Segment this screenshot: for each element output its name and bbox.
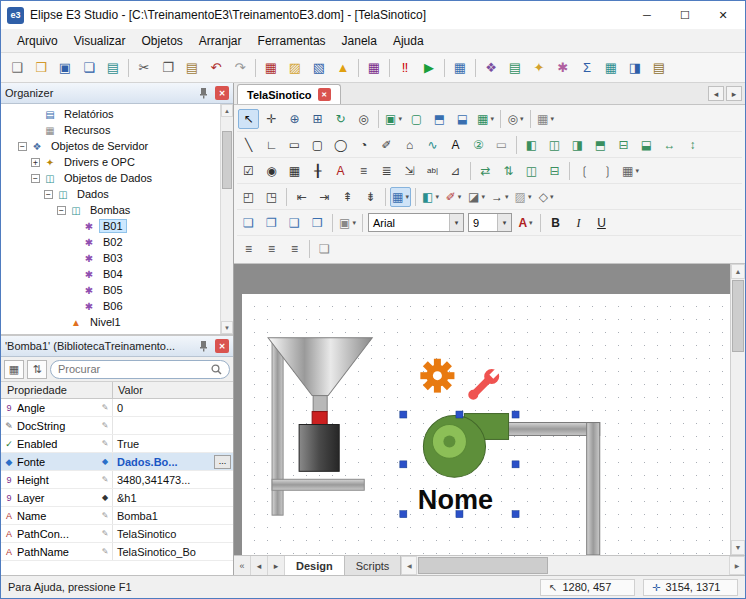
tree-item-b04[interactable]: ✱B04	[1, 266, 220, 282]
gallery2-icon[interactable]: ✦	[528, 57, 550, 78]
redo-icon[interactable]: ↷	[229, 57, 251, 78]
text-justify-icon[interactable]: ≣	[376, 161, 397, 181]
tab-scroll-left-icon[interactable]: ◂	[708, 86, 724, 101]
property-row-layer[interactable]: 9Layer◆&h1	[1, 489, 233, 507]
tree-item-b03[interactable]: ✱B03	[1, 250, 220, 266]
fill-color-icon[interactable]: ◧▾	[420, 187, 441, 207]
pin-icon[interactable]	[196, 339, 211, 354]
collapse-icon[interactable]: −	[18, 142, 27, 151]
send-back-icon[interactable]: ⬓	[452, 109, 473, 129]
align-bottom-icon[interactable]: ⬓	[636, 135, 657, 155]
tree-item-objetos-de-dados[interactable]: −◫Objetos de Dados	[1, 170, 220, 186]
property-row-fonte[interactable]: ◆Fonte◆Dados.Bo......	[1, 453, 233, 471]
tree-item-b02[interactable]: ✱B02	[1, 234, 220, 250]
bring-front-icon[interactable]: ⬒	[429, 109, 450, 129]
grid-control-icon[interactable]: ▦	[284, 161, 305, 181]
bring-to-front-icon[interactable]: ❏	[238, 213, 259, 233]
rect-tool-icon[interactable]: ▭	[284, 135, 305, 155]
line-tool-icon[interactable]: ╲	[238, 135, 259, 155]
zoom-level-icon[interactable]: ◎▾	[505, 109, 526, 129]
scrollbar-track[interactable]	[549, 556, 729, 575]
property-row-angle[interactable]: 9Angle✎0	[1, 399, 233, 417]
text-align-icon[interactable]: ≡	[353, 161, 374, 181]
collapse-icon[interactable]: −	[57, 206, 66, 215]
cut-icon[interactable]: ✂	[133, 57, 155, 78]
search-input[interactable]	[58, 363, 207, 375]
line-color-icon[interactable]: ✐▾	[443, 187, 464, 207]
tab-close-icon[interactable]: ✕	[318, 88, 331, 101]
chevron-down-icon[interactable]: ▾	[449, 214, 463, 231]
scroll-up-icon[interactable]: ▲	[221, 104, 233, 117]
tab-scripts[interactable]: Scripts	[345, 556, 402, 575]
align-text-right-icon[interactable]: ≡	[284, 239, 305, 259]
menu-ferramentas[interactable]: Ferramentas	[250, 31, 334, 51]
nudge-left-icon[interactable]: ⇤	[291, 187, 312, 207]
align-center-icon[interactable]: ◫	[544, 135, 565, 155]
send-backward-icon[interactable]: ❒	[307, 213, 328, 233]
align-text-left-icon[interactable]: ≡	[238, 239, 259, 259]
snap-right-icon[interactable]: ◳	[261, 187, 282, 207]
collapse-icon[interactable]: −	[31, 174, 40, 183]
properties-close-icon[interactable]: ✕	[215, 339, 229, 353]
center-horizontal-icon[interactable]: ◫	[521, 161, 542, 181]
scrollbar-track[interactable]	[221, 189, 233, 321]
pin-icon[interactable]	[196, 86, 211, 101]
group-icon[interactable]: ▣▾	[383, 109, 404, 129]
tree-item-objetos-de-servidor[interactable]: −❖Objetos de Servidor	[1, 138, 220, 154]
property-row-enabled[interactable]: ✓Enabled✎True	[1, 435, 233, 453]
italic-icon[interactable]: I	[568, 213, 589, 233]
bring-forward-icon[interactable]: ❑	[284, 213, 305, 233]
tab-design[interactable]: Design	[285, 556, 345, 575]
zoom-select-icon[interactable]: ◎	[353, 109, 374, 129]
slider-control-icon[interactable]: ╂	[307, 161, 328, 181]
property-row-height[interactable]: 9Height✎3480,341473...	[1, 471, 233, 489]
align-top-icon[interactable]: ⬒	[590, 135, 611, 155]
font-family-combo[interactable]: Arial▾	[368, 213, 464, 232]
run-application-icon[interactable]: ▶	[418, 57, 440, 78]
save-icon[interactable]: ▣	[54, 57, 76, 78]
pan-tool-icon[interactable]: ✛	[261, 109, 282, 129]
pen-tool-icon[interactable]: ✐	[376, 135, 397, 155]
group-frame-icon[interactable]: ❲	[574, 161, 595, 181]
canvas-area[interactable]: Nome	[234, 264, 745, 555]
verify-domain-icon[interactable]: ‼	[394, 57, 416, 78]
label-control-icon[interactable]: A	[330, 161, 351, 181]
same-width-icon[interactable]: ↔	[659, 135, 680, 155]
canvas-vscrollbar[interactable]: ▲ ▼	[730, 264, 745, 555]
scale-control-icon[interactable]: ⇲	[399, 161, 420, 181]
reports-icon[interactable]: ▦	[600, 57, 622, 78]
copy-icon[interactable]: ❐	[157, 57, 179, 78]
collapse-icon[interactable]: −	[44, 190, 53, 199]
pipe-tool-icon[interactable]: ∿	[422, 135, 443, 155]
text-tool-icon[interactable]: A	[445, 135, 466, 155]
tree-item-b06[interactable]: ✱B06	[1, 298, 220, 314]
search-box[interactable]	[50, 360, 230, 379]
send-to-back-icon[interactable]: ❐	[261, 213, 282, 233]
objects-icon[interactable]: ▦	[449, 57, 471, 78]
ellipse-tool-icon[interactable]: ◯	[330, 135, 351, 155]
property-row-docstring[interactable]: ✎DocString✎	[1, 417, 233, 435]
maximize-button[interactable]: ☐	[669, 4, 701, 26]
zoom-area-icon[interactable]: ⊞	[307, 109, 328, 129]
arc-tool-icon[interactable]: ◔	[353, 135, 374, 155]
style-icon[interactable]: ▣▾	[337, 213, 358, 233]
tab-scroll-right-icon[interactable]: ▸	[726, 86, 742, 101]
property-row-pathname[interactable]: APathName✎TelaSinotico_Bo	[1, 543, 233, 561]
sheet-nav-icon-1[interactable]: «	[234, 556, 251, 575]
close-button[interactable]: ✕	[707, 4, 739, 26]
textbox-control-icon[interactable]: ab|	[422, 161, 443, 181]
scrollbar-track[interactable]	[731, 353, 745, 540]
scripts-icon[interactable]: ❖	[480, 57, 502, 78]
nudge-down-icon[interactable]: ⇟	[360, 187, 381, 207]
effects-icon[interactable]: ◇▾	[536, 187, 557, 207]
center-vertical-icon[interactable]: ⊟	[544, 161, 565, 181]
organizer-toggle-icon[interactable]: ▦	[260, 57, 282, 78]
scroll-up-icon[interactable]: ▲	[731, 264, 745, 279]
tree-item-nivel1[interactable]: ▲Nivel1	[1, 314, 220, 330]
space-down-icon[interactable]: ⇅	[498, 161, 519, 181]
chevron-down-icon[interactable]: ▾	[497, 214, 511, 231]
column-propriedade[interactable]: Propriedade	[1, 382, 113, 398]
layout-icon[interactable]: ◨	[624, 57, 646, 78]
bold-icon[interactable]: B	[545, 213, 566, 233]
sheet-nav-icon-2[interactable]: ◂	[251, 556, 268, 575]
